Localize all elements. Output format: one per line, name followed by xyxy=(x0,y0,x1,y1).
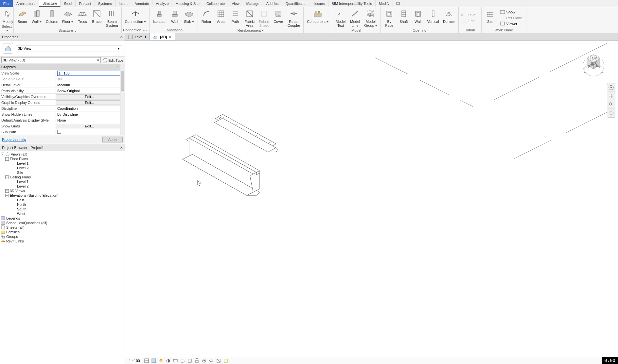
path-button[interactable]: Path xyxy=(228,8,242,28)
tree-legends[interactable]: Legends xyxy=(1,216,124,221)
tab-analyze[interactable]: Analyze xyxy=(152,0,172,7)
rendering-icon[interactable] xyxy=(173,358,178,363)
tab-extras-dropdown[interactable] xyxy=(393,0,404,7)
toggle-icon[interactable]: + xyxy=(5,189,9,193)
brace-button[interactable]: Brace xyxy=(90,8,104,28)
steering-wheel-button[interactable] xyxy=(607,83,615,92)
type-selector[interactable]: 3D View▾ xyxy=(0,41,125,57)
model-group-button[interactable]: Model Group xyxy=(362,8,379,28)
filter-select[interactable]: 3D View: {3D} ▾ xyxy=(1,57,101,63)
sun-path-value[interactable] xyxy=(56,130,125,134)
edit-type-button[interactable]: Edit Type xyxy=(103,58,123,63)
apply-button[interactable]: Apply xyxy=(102,137,123,142)
tree-groups[interactable]: Groups xyxy=(1,234,124,239)
tab-architecture[interactable]: Architecture xyxy=(13,0,39,7)
tab-annotate[interactable]: Annotate xyxy=(131,0,152,7)
set-button[interactable]: Set xyxy=(483,8,497,28)
tree-floor-plans[interactable]: −Floor Plans xyxy=(1,157,124,161)
ref-plane-button[interactable]: Ref Plane xyxy=(499,15,523,21)
select-group-title[interactable]: Select xyxy=(1,24,12,33)
rebar-coupler-button[interactable]: Rebar Coupler xyxy=(286,8,302,28)
collapse-icon[interactable]: ⌃ xyxy=(115,65,118,69)
tree-cp-level1[interactable]: Level 1 xyxy=(1,179,124,184)
tree-fp-site[interactable]: Site xyxy=(1,170,124,175)
tree-el-west[interactable]: West xyxy=(1,211,124,216)
tab-collaborate[interactable]: Collaborate xyxy=(203,0,228,7)
temp-hide-icon[interactable] xyxy=(202,358,207,363)
sun-path-checkbox[interactable] xyxy=(57,130,61,134)
tab-addins[interactable]: Add-Ins xyxy=(263,0,282,7)
analysis-style-value[interactable]: None xyxy=(56,118,125,122)
tree-el-north[interactable]: North xyxy=(1,202,124,207)
connection-expand-icon[interactable]: ↘ xyxy=(142,29,145,32)
viewcube[interactable]: TOP FRONT RIGHT xyxy=(579,47,608,76)
status-chevron-left[interactable]: ‹ xyxy=(230,359,232,363)
show-grids-button[interactable]: Edit... xyxy=(56,124,123,128)
tree-3d-views[interactable]: +3D Views xyxy=(1,189,124,193)
connection-button[interactable]: Connection xyxy=(123,8,148,28)
properties-scrollbar[interactable] xyxy=(120,64,125,135)
tree-views-all[interactable]: −Views (all) xyxy=(1,152,124,157)
grid-button[interactable]: Grid xyxy=(460,18,480,24)
analytical-icon[interactable] xyxy=(216,358,221,363)
graphics-section-header[interactable]: Graphics⌃ xyxy=(0,64,125,70)
cover-button[interactable]: Cover xyxy=(271,8,286,28)
tree-families[interactable]: Families xyxy=(1,230,124,234)
unlock-icon[interactable] xyxy=(194,358,200,363)
isolated-button[interactable]: Isolated xyxy=(151,8,168,28)
tree-elevations[interactable]: −Elevations (Building Elevation) xyxy=(1,193,124,198)
tab-insert[interactable]: Insert xyxy=(115,0,132,7)
view-tab-3d[interactable]: {3D} × xyxy=(150,33,175,40)
shaft-button[interactable]: Shaft xyxy=(397,8,411,28)
by-face-button[interactable]: By Face xyxy=(382,8,397,28)
project-browser-close-button[interactable]: × xyxy=(120,145,123,150)
crop-region-icon[interactable] xyxy=(187,358,192,363)
tab-close-button[interactable]: × xyxy=(169,35,171,39)
scale-selector[interactable]: 1 : 100 xyxy=(127,359,142,363)
visual-style-icon[interactable] xyxy=(151,358,156,363)
viewcube-top[interactable]: TOP xyxy=(590,56,597,60)
tab-issues[interactable]: Issues xyxy=(311,0,328,7)
wall-button[interactable]: Wall xyxy=(29,8,44,28)
reveal-icon[interactable] xyxy=(209,358,214,363)
discipline-value[interactable]: Coordination xyxy=(56,107,125,110)
beam-system-button[interactable]: Beam System xyxy=(104,8,120,28)
tab-steel[interactable]: Steel xyxy=(61,0,76,7)
toggle-icon[interactable]: − xyxy=(5,157,9,161)
foundation-wall-button[interactable]: Wall xyxy=(168,8,182,28)
tree-sheets[interactable]: Sheets (all) xyxy=(1,225,124,230)
rebar-button[interactable]: Rebar xyxy=(199,8,214,28)
fabric-area-button[interactable]: Fabric Area xyxy=(242,8,257,28)
floor-button[interactable]: Floor xyxy=(60,8,75,28)
show-button[interactable]: Show xyxy=(499,9,523,15)
graphic-display-button[interactable]: Edit... xyxy=(56,100,123,105)
area-button[interactable]: Area xyxy=(214,8,228,28)
tab-bim-interop[interactable]: BIM Interoperability Tools xyxy=(328,0,376,7)
tab-manage[interactable]: Manage xyxy=(243,0,263,7)
model-text-button[interactable]: AModel Text xyxy=(333,8,348,28)
structure-expand-icon[interactable]: ↘ xyxy=(74,29,77,32)
tab-quantification[interactable]: Quantification xyxy=(282,0,311,7)
toggle-icon[interactable]: − xyxy=(1,153,4,156)
truss-button[interactable]: Truss xyxy=(75,8,90,28)
tab-systems[interactable]: Systems xyxy=(95,0,115,7)
shadows-icon[interactable] xyxy=(166,358,171,363)
model-line-button[interactable]: Model Line xyxy=(348,8,362,28)
tree-revit-links[interactable]: Revit Links xyxy=(1,239,124,243)
tab-structure[interactable]: Structure xyxy=(39,0,61,7)
3d-canvas[interactable]: TOP FRONT RIGHT xyxy=(125,41,618,357)
sun-path-icon[interactable] xyxy=(158,358,164,363)
view-scale-value[interactable] xyxy=(56,71,125,76)
toggle-icon[interactable]: − xyxy=(5,175,9,179)
tree-fp-level1[interactable]: Level 1 xyxy=(1,161,124,166)
tab-modify[interactable]: Modify xyxy=(376,0,393,7)
view-scale-input[interactable] xyxy=(57,71,121,76)
beam-button[interactable]: Beam xyxy=(15,8,29,28)
parts-visibility-value[interactable]: Show Original xyxy=(56,89,125,93)
scrollbar-thumb[interactable] xyxy=(121,71,124,91)
fabric-sheet-button[interactable]: Fabric Sheet xyxy=(257,8,271,28)
level-button[interactable]: Level xyxy=(460,12,480,18)
toggle-icon[interactable]: − xyxy=(5,194,9,197)
tree-el-east[interactable]: East xyxy=(1,198,124,202)
vertical-button[interactable]: Vertical xyxy=(425,8,441,28)
